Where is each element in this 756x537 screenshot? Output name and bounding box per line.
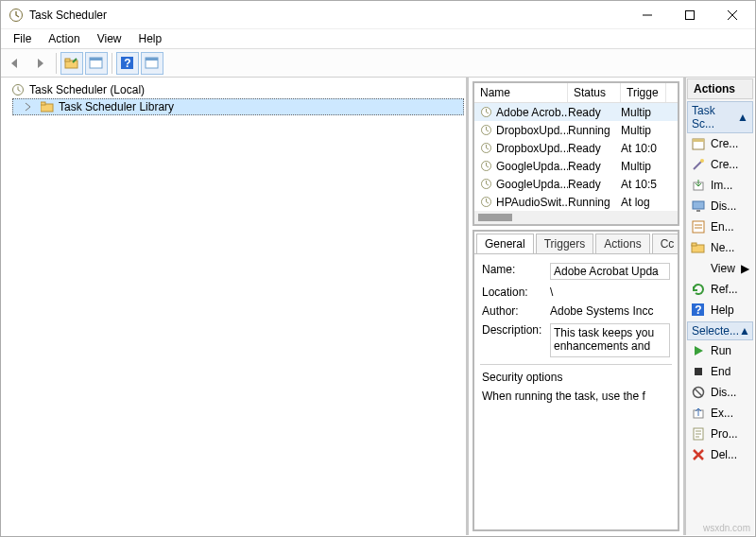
task-row[interactable]: DropboxUpd...RunningMultip [474,121,678,139]
task-row[interactable]: Adobe Acrob...ReadyMultip [474,103,678,121]
task-name: DropboxUpd... [496,142,568,155]
task-status: Ready [568,142,621,155]
action-run[interactable]: Run [687,340,753,361]
action-end[interactable]: End [687,361,753,382]
col-trigger[interactable]: Trigge [621,83,666,102]
action-help[interactable]: ?Help [687,300,753,320]
prop-author-value: Adobe Systems Incc [550,304,670,318]
tab-triggers[interactable]: Triggers [536,234,594,253]
col-name[interactable]: Name [474,83,568,102]
svg-rect-27 [692,243,696,246]
back-button[interactable] [5,52,27,75]
props-icon [691,426,706,442]
prop-name-label: Name: [482,263,544,280]
action-dis[interactable]: Dis... [687,382,753,403]
clock-icon [478,159,493,174]
task-name: DropboxUpd... [496,124,568,137]
hscrollbar[interactable] [474,211,678,224]
collapse-icon: ▲ [737,111,748,124]
svg-point-21 [700,159,704,163]
task-row[interactable]: GoogleUpda...ReadyMultip [474,157,678,175]
svg-rect-5 [90,58,102,61]
import-icon [691,178,706,193]
close-button[interactable] [711,1,753,28]
action-pro[interactable]: Pro... [687,424,753,444]
none-icon [691,261,706,276]
action-cre[interactable]: Cre... [687,154,753,175]
display-icon [691,199,706,214]
prop-name-value[interactable]: Adobe Acrobat Upda [550,263,670,280]
security-options: Security options When running the task, … [480,364,672,405]
minimize-button[interactable] [626,1,668,28]
disable-icon [691,385,706,400]
maximize-button[interactable] [668,1,711,28]
action-label: En... [711,220,734,234]
actions-header: Actions [687,78,753,99]
toolbar: ? [1,49,755,78]
action-im[interactable]: Im... [687,175,753,196]
task-trigger: Multip [621,106,666,119]
action-label: Cre... [711,137,738,150]
col-status[interactable]: Status [568,83,621,102]
task-trigger: Multip [621,160,666,173]
refresh-icon [691,282,706,297]
tab-conditions[interactable]: Cc [652,234,679,253]
task-name: GoogleUpda... [496,178,568,191]
forward-button[interactable] [29,52,52,75]
action-label: Del... [711,448,737,461]
menu-help[interactable]: Help [130,30,171,47]
svg-text:?: ? [124,57,130,70]
task-status: Running [568,124,621,137]
action-dis[interactable]: Dis... [687,196,753,217]
action-del[interactable]: Del... [687,444,753,465]
task-name: HPAudioSwit... [496,196,568,209]
menu-action[interactable]: Action [40,30,88,47]
tree-library[interactable]: Task Scheduler Library [12,98,464,115]
action-label: Run [711,344,731,357]
toolbar-folder-button[interactable] [60,52,83,75]
task-row[interactable]: GoogleUpda...ReadyAt 10:5 [474,175,678,193]
security-options-header: Security options [480,369,672,388]
action-cre[interactable]: Cre... [687,133,753,154]
task-status: Ready [568,106,621,119]
menu-view[interactable]: View [89,30,130,47]
clock-icon [478,141,493,156]
action-label: Dis... [711,199,736,213]
toolbar-view2-button[interactable] [141,52,163,75]
prop-description-label: Description: [482,323,544,357]
action-label: Ref... [711,283,738,296]
end-icon [691,364,706,379]
action-label: Cre... [711,158,738,171]
tab-general[interactable]: General [476,234,534,253]
task-trigger: At log [621,196,666,209]
action-en[interactable]: En... [687,217,753,237]
tree-root[interactable]: Task Scheduler (Local) [3,81,464,98]
toolbar-view1-button[interactable] [85,52,108,75]
actions-section-library[interactable]: Task Sc... ▲ [687,101,753,133]
task-status: Ready [568,160,621,173]
clock-icon [478,123,493,138]
enable-icon [691,219,706,234]
calendar-icon [691,136,706,151]
action-ex[interactable]: Ex... [687,403,753,424]
task-row[interactable]: HPAudioSwit...RunningAt log [474,193,678,211]
toolbar-help-button[interactable]: ? [116,52,139,75]
svg-rect-25 [693,221,704,233]
tree-root-label: Task Scheduler (Local) [29,83,145,96]
action-view[interactable]: View▶ [687,258,753,279]
menu-file[interactable]: File [5,30,40,47]
svg-rect-20 [693,139,704,142]
action-ne[interactable]: Ne... [687,237,753,258]
action-label: View [711,262,735,275]
actions-section-selected[interactable]: Selecte... ▲ [687,321,753,340]
clock-icon [478,105,493,120]
chevron-right-icon [21,99,36,114]
tab-actions[interactable]: Actions [595,234,649,253]
svg-rect-12 [41,102,45,105]
action-ref[interactable]: Ref... [687,279,753,300]
task-row[interactable]: DropboxUpd...ReadyAt 10:0 [474,139,678,157]
action-label: Dis... [711,386,736,399]
prop-author-label: Author: [482,304,544,318]
prop-description-value[interactable]: This task keeps you enhancements and [550,323,670,357]
center-pane: Name Status Trigge Adobe Acrob...ReadyMu… [469,78,686,535]
